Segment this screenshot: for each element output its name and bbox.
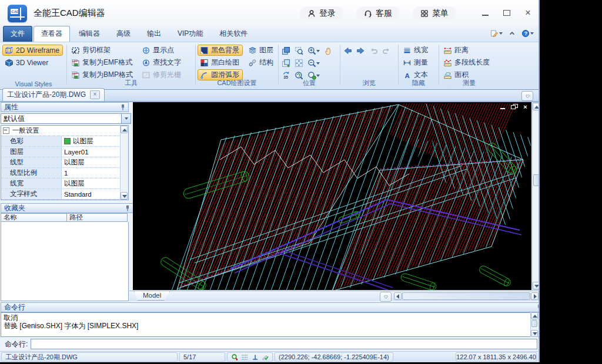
properties-scrollbar[interactable] <box>120 126 128 200</box>
view-forward-button[interactable] <box>355 45 366 56</box>
scroll-up-button[interactable] <box>531 312 538 319</box>
tab-output[interactable]: 输出 <box>139 26 169 42</box>
hide-measure-button[interactable]: 测量 <box>400 57 432 68</box>
property-filter-combobox[interactable]: 默认值 <box>1 113 131 124</box>
layers-button[interactable]: 图层 <box>246 45 277 56</box>
property-value[interactable]: Layer01 <box>62 149 121 156</box>
status-bar: 工业设计产品-20期.DWG 5/17 (2290.226; -42.68669… <box>0 351 540 362</box>
collapse-toggle-icon[interactable] <box>3 127 9 134</box>
property-value[interactable]: Standard <box>62 191 121 198</box>
ribbon-group-label: CAD绘图设置 <box>198 79 276 87</box>
ribbon-group-label: 隐藏 <box>400 79 437 87</box>
show-points-button[interactable]: 显示点 <box>139 45 185 56</box>
property-row[interactable]: 线型以图层 <box>1 157 121 168</box>
redo-icon <box>382 46 391 55</box>
copy-emf-button[interactable]: EMF复制为EMF格式 <box>69 57 136 68</box>
pan-hand-button[interactable] <box>323 45 334 56</box>
ribbon-group-label: 浏览 <box>342 79 396 87</box>
document-tab[interactable]: 工业设计产品-20期.DWG × <box>2 88 105 101</box>
tab-file[interactable]: 文件 <box>3 26 32 42</box>
command-history[interactable]: 取消替换 [Geniso.SHX] 字体为 [SIMPLEX.SHX] <box>1 312 539 337</box>
scroll-up-button[interactable] <box>121 126 128 133</box>
move-view-button[interactable] <box>280 45 292 56</box>
help-button[interactable]: ? <box>521 29 534 38</box>
undo-button[interactable] <box>368 45 379 56</box>
scroll-up-button[interactable] <box>533 103 540 110</box>
property-value[interactable]: 以图层 <box>62 179 121 188</box>
zoom-window-button[interactable] <box>293 45 305 56</box>
tab-editor[interactable]: 编辑器 <box>71 26 108 42</box>
tab-list-button[interactable] <box>521 91 533 101</box>
3d-viewer-button[interactable]: 3D Viewer <box>2 57 63 68</box>
favorites-path-column[interactable]: 路径 <box>67 214 127 221</box>
canvas-vertical-scrollbar[interactable] <box>532 102 540 290</box>
pin-icon[interactable] <box>536 304 540 311</box>
minimize-button[interactable] <box>481 8 490 18</box>
layout-list-button[interactable] <box>380 292 392 302</box>
tab-vip[interactable]: VIP功能 <box>170 26 210 42</box>
scroll-right-button[interactable] <box>531 292 539 300</box>
zoom-out-button[interactable] <box>306 58 321 69</box>
scroll-down-button[interactable] <box>531 330 538 337</box>
find-text-button[interactable]: 查找文字 <box>139 57 185 68</box>
close-button[interactable]: × <box>523 8 533 18</box>
pin-icon[interactable] <box>124 205 131 212</box>
measure-polyline-button[interactable]: 多段线长度 <box>441 57 493 68</box>
property-row[interactable]: 线型比例1 <box>1 168 121 178</box>
favorites-name-column[interactable]: 名称 <box>1 214 67 221</box>
zoomext-icon <box>295 59 303 68</box>
pin-icon[interactable] <box>119 104 126 111</box>
measure-distance-button[interactable]: 距离 <box>441 45 493 56</box>
bw-drawing-button[interactable]: 黑白绘图 <box>198 57 243 68</box>
collapse-ribbon-button[interactable] <box>508 29 516 38</box>
zoom-extents-button[interactable] <box>293 58 305 69</box>
property-row[interactable]: 线宽以图层 <box>1 178 121 189</box>
property-value[interactable]: 1 <box>62 170 121 177</box>
scrollbar-thumb[interactable] <box>402 292 530 300</box>
favorites-list[interactable] <box>1 222 129 301</box>
login-button[interactable]: 登录 <box>300 6 343 21</box>
combobox-arrow-button[interactable] <box>121 114 131 123</box>
draft-check-icon[interactable] <box>262 353 269 361</box>
mdi-minimize-button[interactable] <box>500 104 506 110</box>
tab-advanced[interactable]: 高级 <box>109 26 138 42</box>
property-value[interactable]: 以图层 <box>62 137 121 146</box>
grid-icon[interactable] <box>241 353 248 361</box>
scroll-down-button[interactable] <box>533 282 540 289</box>
structure-button[interactable]: 结构 <box>246 57 277 68</box>
menu-button[interactable]: 菜单 <box>413 6 456 21</box>
model-tab[interactable]: Model <box>134 291 170 301</box>
scroll-down-button[interactable] <box>121 192 128 200</box>
property-row[interactable]: 色彩以图层 <box>1 136 121 147</box>
customer-service-button[interactable]: 客服 <box>356 6 400 21</box>
hide-lineweight-button[interactable]: 线宽 <box>400 45 432 56</box>
view-back-button[interactable] <box>342 45 353 56</box>
mdi-restore-button[interactable] <box>511 104 517 110</box>
property-row[interactable]: 文字样式Standard <box>1 189 121 200</box>
command-input[interactable] <box>31 339 537 349</box>
property-value[interactable]: 以图层 <box>62 158 121 167</box>
redo-button[interactable] <box>381 45 392 56</box>
tab-related[interactable]: 相关软件 <box>212 26 255 42</box>
cut-frame-button[interactable]: 剪切框架 <box>69 45 136 56</box>
command-scrollbar[interactable] <box>530 312 538 337</box>
black-background-button[interactable]: 黑色背景 <box>198 45 243 56</box>
copy-view-button[interactable] <box>280 58 292 69</box>
object-snap-icon[interactable] <box>231 353 238 361</box>
ortho-icon[interactable] <box>252 353 259 361</box>
drawing-canvas[interactable]: × <box>133 102 531 290</box>
canvas-horizontal-scrollbar[interactable] <box>394 291 539 301</box>
property-section-row[interactable]: 一般设置 <box>1 126 121 136</box>
property-row[interactable]: 图层Layer01 <box>1 147 121 157</box>
zoom-in-button[interactable] <box>306 45 321 56</box>
mdi-close-button[interactable]: × <box>522 104 529 110</box>
scrollbar-thumb[interactable] <box>533 174 539 186</box>
menu-grid-icon <box>420 9 429 18</box>
document-close-button[interactable]: × <box>90 90 100 99</box>
tab-viewer[interactable]: 查看器 <box>34 26 70 42</box>
scroll-left-button[interactable] <box>394 292 402 300</box>
2d-wireframe-button[interactable]: 2D Wireframe <box>2 45 63 56</box>
maximize-button[interactable] <box>502 8 511 18</box>
scrollbar-thumb[interactable] <box>531 320 537 327</box>
annotate-button[interactable] <box>490 29 503 38</box>
